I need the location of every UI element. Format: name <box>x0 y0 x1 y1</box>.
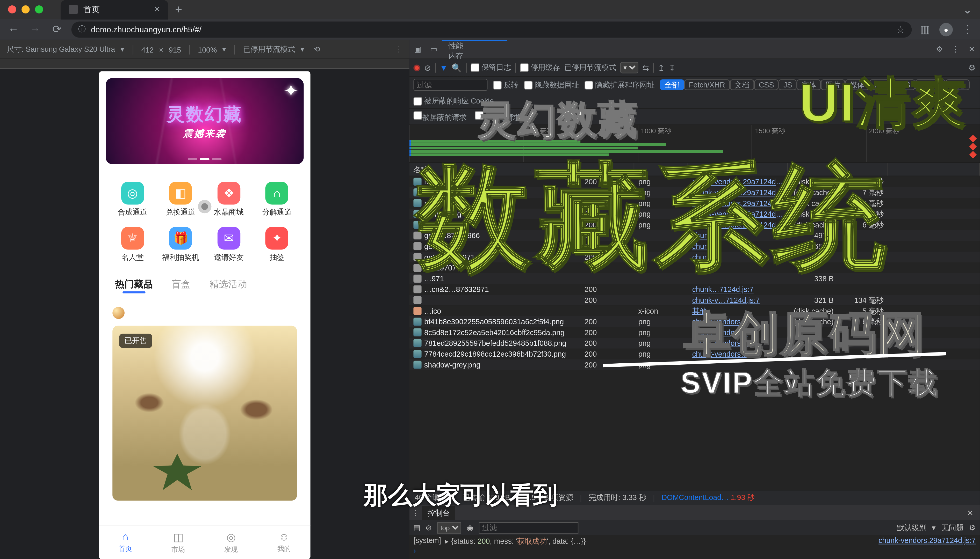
nav-0[interactable]: ⌂首页 <box>99 526 152 559</box>
hide-data-url-checkbox[interactable]: 隐藏数据网址 <box>524 80 579 90</box>
filter-input[interactable] <box>413 79 488 91</box>
table-row[interactable]: shadow-grey.png200png <box>410 359 980 370</box>
tab-1[interactable]: 盲盒 <box>172 278 191 291</box>
type-chip-0[interactable]: 全部 <box>660 79 684 90</box>
table-row[interactable]: …329707143 <box>410 263 980 273</box>
third-party-checkbox[interactable]: 第三方请求 <box>475 111 521 122</box>
kebab-icon[interactable]: ⋮ <box>947 45 963 54</box>
hide-extension-url-checkbox[interactable]: 隐藏扩展程序网址 <box>585 80 655 90</box>
new-tab-button[interactable]: + <box>175 2 182 17</box>
throttle-select[interactable]: 已停用节流模式 <box>564 63 616 73</box>
table-row[interactable]: menu7.png200pngchunk-vendors.29a7124d.js… <box>410 198 980 208</box>
throttle-label[interactable]: 已停用节流模式 <box>243 45 295 55</box>
table-row[interactable]: 781ed289255597befedd529485b1f088.png200p… <box>410 338 980 349</box>
context-select[interactable]: top <box>437 522 461 533</box>
disable-cache-checkbox[interactable]: 停用缓存 <box>520 63 560 73</box>
grid-item-6[interactable]: ✉邀请好友 <box>205 227 253 263</box>
rotate-icon[interactable]: ⟲ <box>314 45 320 54</box>
network-timeline[interactable]: 500 毫秒1000 毫秒1500 毫秒2000 毫秒 <box>410 125 980 163</box>
upload-icon[interactable]: ↥ <box>658 63 665 72</box>
nft-card[interactable]: 已开售 <box>106 300 303 508</box>
forward-button[interactable]: → <box>28 23 42 35</box>
grid-item-5[interactable]: 🎁福利抽奖机 <box>157 227 205 263</box>
search-icon[interactable]: 🔍 <box>452 63 462 72</box>
zoom-level[interactable]: 100% <box>198 46 217 54</box>
site-info-icon[interactable]: ⓘ <box>78 24 86 35</box>
wifi-icon[interactable]: ⇆ <box>642 63 649 72</box>
console-filter-input[interactable] <box>479 522 579 533</box>
blocked-cookie-checkbox[interactable]: 被屏蔽的响应 Cookie <box>413 96 494 106</box>
url-box[interactable]: ⓘ demo.zhuochuangyun.cn/h5/#/ ☆ <box>71 21 912 37</box>
table-row[interactable]: 8c5d8e172c52ea5eb42016cbff2c95da.png200p… <box>410 327 980 338</box>
close-tab-icon[interactable]: × <box>154 4 160 15</box>
filter-icon[interactable]: ▼ <box>440 63 448 72</box>
download-icon[interactable]: ↧ <box>669 63 675 72</box>
device-toggle-icon[interactable]: ▭ <box>426 45 441 54</box>
device-label[interactable]: 尺寸: Samsung Galaxy S20 Ultra <box>7 45 115 55</box>
table-row[interactable]: get…87632971200chunk… <box>410 251 980 263</box>
grid-item-2[interactable]: ❖水晶商城 <box>205 182 253 217</box>
keep-log-checkbox[interactable]: 保留日志 <box>471 63 511 73</box>
table-row[interactable]: get…200chunk…657 B <box>410 241 980 252</box>
throttle-dropdown[interactable]: ▾ <box>620 62 638 73</box>
tab-0[interactable]: 热门藏品 <box>115 278 153 291</box>
type-chip-6[interactable]: 图片 <box>821 79 845 90</box>
nav-3[interactable]: ☺我的 <box>257 526 310 559</box>
author-avatar[interactable] <box>113 307 124 319</box>
live-expr-icon[interactable]: ◉ <box>467 523 473 532</box>
table-row[interactable]: 7784cecd29c1898cc12ec396b4b72f30.png200p… <box>410 349 980 359</box>
device-height[interactable]: 915 <box>169 46 181 54</box>
profile-avatar[interactable]: ● <box>939 23 953 36</box>
device-width[interactable]: 412 <box>141 46 154 54</box>
chevron-down-icon[interactable]: ▾ <box>222 45 226 54</box>
table-row[interactable]: …cn&2…87632971200chunk…7124d.js:7 <box>410 284 980 295</box>
type-chip-7[interactable]: 媒体 <box>845 79 870 90</box>
back-button[interactable]: ← <box>7 23 20 35</box>
gear-icon[interactable]: ⚙ <box>931 45 947 54</box>
type-chip-1[interactable]: Fetch/XHR <box>684 79 730 90</box>
table-row[interactable]: 200chunk-v…7124d.js:7321 B134 毫秒 <box>410 295 980 306</box>
clear-icon[interactable]: ⊘ <box>424 63 431 72</box>
table-row[interactable]: logo4.6…200pngchunk-vendors.29a7124d.js:… <box>410 220 980 230</box>
reload-button[interactable]: ⟳ <box>50 23 63 35</box>
console-tab[interactable]: 控制台 <box>422 506 455 520</box>
invert-checkbox[interactable]: 反转 <box>493 80 519 90</box>
browser-tab[interactable]: 首页 × <box>61 0 168 19</box>
carousel-dots[interactable] <box>188 158 221 160</box>
table-row[interactable]: bf41b8e3902255a058596031a6c2f5f4.png200p… <box>410 316 980 327</box>
table-row[interactable]: …971338 B <box>410 273 980 284</box>
type-chip-2[interactable]: 文档 <box>730 79 754 90</box>
nav-2[interactable]: ◎发现 <box>205 526 257 559</box>
chevron-down-icon[interactable]: ▾ <box>120 45 124 54</box>
grid-item-3[interactable]: ⌂分解通道 <box>253 182 301 217</box>
table-row[interactable]: …icox-icon其他(disk cache)5 毫秒 <box>410 305 980 316</box>
hero-banner[interactable]: ✦ 灵数幻藏 震撼来袭 <box>106 78 303 164</box>
grid-item-1[interactable]: ◧兑换通道 <box>157 182 205 217</box>
table-row[interactable]: getA…87632966200chunk…497 B <box>410 230 980 241</box>
grid-item-7[interactable]: ✦抽签 <box>253 227 301 263</box>
network-table[interactable]: menu5.png200pngchunk-vendors.29a7124d.js… <box>410 176 980 490</box>
inspect-icon[interactable]: ▣ <box>410 45 426 54</box>
type-chip-8[interactable]: 清单 <box>869 79 894 90</box>
type-chip-9[interactable]: WS <box>894 79 915 90</box>
sidebar-toggle-icon[interactable]: ▤ <box>413 523 420 532</box>
panel-icon[interactable]: ▥ <box>920 23 930 35</box>
grid-item-0[interactable]: ◎合成通道 <box>108 182 157 217</box>
blocked-req-checkbox[interactable]: 被屏蔽的请求 <box>413 111 466 122</box>
type-chip-11[interactable]: 其他 <box>945 79 970 90</box>
type-chip-4[interactable]: JS <box>779 79 797 90</box>
clear-console-icon[interactable]: ⊘ <box>426 523 431 532</box>
type-chip-10[interactable]: Wasm <box>915 79 945 90</box>
kebab-icon[interactable]: ⋮ <box>395 45 403 54</box>
console-line[interactable]: [system] ▸ {status: 200, mess: '获取成功', d… <box>413 536 976 546</box>
minimize-window[interactable] <box>22 5 30 13</box>
type-chip-5[interactable]: 字体 <box>797 79 821 90</box>
table-row[interactable]: menu5.png200pngchunk-vendors.29a7124d.js… <box>410 176 980 187</box>
table-row[interactable]: menu6.png200pngchunk-vendors.29a7124d.js… <box>410 187 980 198</box>
tab-2[interactable]: 精选活动 <box>209 278 247 291</box>
issues-link[interactable]: 无问题 <box>942 523 964 533</box>
grid-item-4[interactable]: ♕名人堂 <box>108 227 157 263</box>
devtools-tab-4[interactable]: 性能 <box>442 41 507 51</box>
close-window[interactable] <box>8 5 16 13</box>
source-link[interactable]: chunk-vendors.29a7124d.js:7 <box>879 536 976 546</box>
